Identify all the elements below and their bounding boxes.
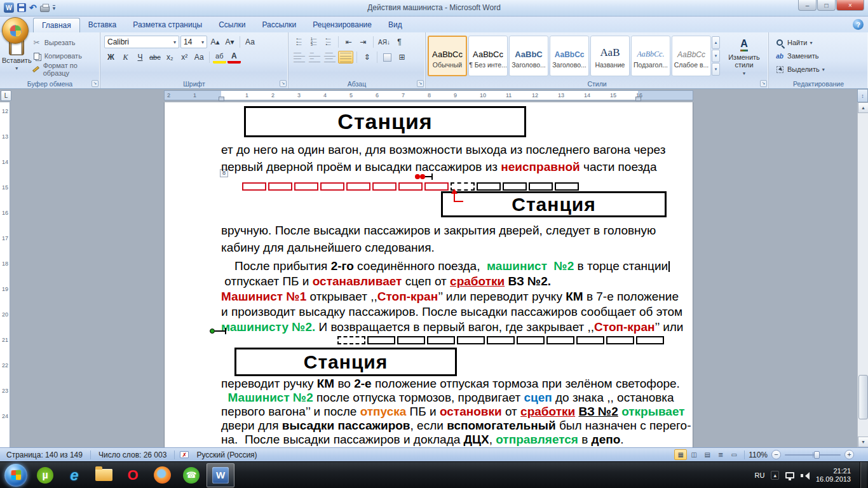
- tab-view[interactable]: Вид: [380, 18, 410, 32]
- web-layout-view-button[interactable]: ▤: [701, 449, 714, 460]
- ruler-toggle-button[interactable]: ↕: [857, 89, 868, 102]
- network-icon[interactable]: [785, 472, 794, 478]
- shrink-font-button[interactable]: А▾: [223, 36, 236, 48]
- font-name-select[interactable]: Calibri▾: [104, 36, 179, 48]
- firefox-icon[interactable]: [148, 463, 176, 487]
- help-button[interactable]: ?: [853, 19, 864, 30]
- show-paragraph-marks-button[interactable]: ¶: [393, 36, 406, 48]
- find-button[interactable]: Найти ▾: [775, 37, 866, 48]
- horizontal-ruler[interactable]: 1234567891011121314151612: [164, 90, 693, 100]
- style-subtle-emphasis[interactable]: АаBbСсСлабое в...: [672, 36, 711, 76]
- scrollbar-thumb[interactable]: [858, 375, 868, 419]
- vertical-ruler[interactable]: 12131415161718192021222324: [0, 102, 10, 447]
- cut-button[interactable]: ✂ Вырезать: [32, 37, 98, 48]
- italic-button[interactable]: К: [119, 51, 132, 64]
- style-heading1[interactable]: АаBbСЗаголово...: [509, 36, 548, 76]
- paragraph-block[interactable]: После прибытия 2-го соединённого поезда,…: [221, 259, 683, 335]
- paragraph-block[interactable]: переводит ручку КМ во 2-е положение отпу…: [221, 377, 691, 447]
- office-button[interactable]: [2, 17, 29, 44]
- bold-button[interactable]: Ж: [104, 51, 118, 64]
- gallery-more-button[interactable]: ▾: [712, 63, 720, 76]
- clipboard-dialog-launcher[interactable]: [92, 80, 98, 87]
- document-page[interactable]: Станцияет до него на один вагон, для воз…: [164, 102, 693, 447]
- styles-dialog-launcher[interactable]: [760, 80, 767, 87]
- draft-view-button[interactable]: ▭: [728, 449, 740, 460]
- maximize-button[interactable]: □: [817, 0, 836, 11]
- hidden-icons-button[interactable]: ▴: [771, 471, 779, 480]
- highlight-button[interactable]: аб: [213, 51, 226, 64]
- language-indicator[interactable]: Русский (Россия): [194, 451, 259, 459]
- utorrent-icon[interactable]: µ: [31, 463, 59, 487]
- zoom-level[interactable]: 110%: [749, 451, 768, 459]
- zoom-slider-thumb[interactable]: [814, 451, 820, 459]
- replace-button[interactable]: ab Заменить: [775, 50, 866, 62]
- change-case-button[interactable]: Аа: [193, 51, 206, 64]
- font-color-button[interactable]: А: [227, 51, 241, 64]
- underline-button[interactable]: Ч: [133, 51, 147, 64]
- format-painter-button[interactable]: Формат по образцу: [32, 64, 98, 75]
- paragraph-block[interactable]: ет до него на один вагон, для возможност…: [221, 141, 665, 175]
- decrease-indent-button[interactable]: ⇤: [342, 36, 355, 48]
- outline-view-button[interactable]: ≣: [714, 449, 727, 460]
- page-indicator[interactable]: Страница: 140 из 149: [4, 451, 85, 459]
- tab-home[interactable]: Главная: [33, 18, 80, 32]
- explorer-icon[interactable]: [90, 463, 118, 487]
- tab-page-layout[interactable]: Разметка страницы: [125, 18, 210, 32]
- gallery-up-button[interactable]: ▴: [712, 36, 720, 49]
- vertical-scrollbar[interactable]: ▲ ▼: [857, 102, 868, 447]
- strikethrough-button[interactable]: abc: [148, 51, 162, 64]
- scroll-up-button[interactable]: ▲: [858, 102, 868, 113]
- opera-icon[interactable]: O: [119, 463, 147, 487]
- left-indent-marker[interactable]: [219, 97, 224, 101]
- change-styles-button[interactable]: А Изменить стили ▾: [723, 34, 765, 79]
- multilevel-list-button[interactable]: •— ◦— ▪—: [322, 36, 335, 48]
- line-spacing-button[interactable]: ⇕: [360, 51, 374, 64]
- subscript-button[interactable]: х₂: [163, 51, 177, 64]
- justify-button[interactable]: ——— ——— ——— ———: [338, 51, 353, 64]
- grow-font-button[interactable]: А▴: [208, 36, 222, 48]
- increase-indent-button[interactable]: ⇥: [356, 36, 370, 48]
- numbering-button[interactable]: 1— 2— 3—: [307, 36, 320, 48]
- messenger-icon[interactable]: ☎: [177, 463, 205, 487]
- style-normal[interactable]: АаBbСсОбычный: [428, 36, 467, 76]
- paragraph-block[interactable]: вручную. После высадки пассажиров и закр…: [221, 222, 656, 256]
- zoom-slider[interactable]: [785, 454, 841, 456]
- gallery-down-button[interactable]: ▾: [712, 50, 720, 62]
- shading-button[interactable]: [381, 51, 394, 64]
- ie-icon[interactable]: e: [60, 463, 88, 487]
- font-dialog-launcher[interactable]: [280, 80, 287, 87]
- font-size-select[interactable]: 14▾: [180, 36, 207, 48]
- tab-references[interactable]: Ссылки: [210, 18, 254, 32]
- tab-insert[interactable]: Вставка: [80, 18, 125, 32]
- proofing-icon[interactable]: ✗: [180, 451, 189, 458]
- superscript-button[interactable]: х²: [178, 51, 191, 64]
- fullscreen-reading-view-button[interactable]: ◫: [688, 449, 700, 460]
- copy-button[interactable]: Копировать: [32, 50, 98, 62]
- align-center-button[interactable]: — ——— — ———: [308, 51, 322, 64]
- align-right-button[interactable]: —— ——— —— ———: [323, 51, 337, 64]
- borders-button[interactable]: ⊞: [395, 51, 409, 64]
- tab-mailings[interactable]: Рассылки: [254, 18, 304, 32]
- volume-icon[interactable]: [801, 471, 810, 479]
- start-button[interactable]: [2, 463, 30, 487]
- paragraph-dialog-launcher[interactable]: [417, 80, 424, 87]
- word-count[interactable]: Число слов: 26 003: [96, 451, 169, 459]
- tab-review[interactable]: Рецензирование: [304, 18, 380, 32]
- word-taskbar-icon[interactable]: W: [207, 463, 234, 487]
- style-subtitle[interactable]: АаBbСс.Подзагол...: [631, 36, 670, 76]
- style-heading2[interactable]: АаBbСсЗаголово...: [550, 36, 589, 76]
- align-left-button[interactable]: —— ——— —— ———: [292, 51, 306, 64]
- minimize-button[interactable]: –: [798, 0, 817, 11]
- sort-button[interactable]: АЯ↓: [377, 36, 391, 48]
- zoom-out-button[interactable]: −: [771, 450, 781, 459]
- clear-formatting-button[interactable]: Аа: [243, 36, 257, 48]
- show-desktop-button[interactable]: [860, 462, 867, 488]
- bullets-button[interactable]: •— •— •—: [292, 36, 306, 48]
- style-no-spacing[interactable]: АаBbСс¶ Без инте...: [468, 36, 508, 76]
- tab-selector[interactable]: L: [1, 90, 11, 101]
- print-layout-view-button[interactable]: ▦: [674, 449, 687, 460]
- select-button[interactable]: Выделить ▾: [775, 64, 866, 75]
- language-tray-indicator[interactable]: RU: [755, 471, 765, 479]
- clock[interactable]: 21:21 16.09.2013: [816, 467, 853, 484]
- close-button[interactable]: ×: [836, 0, 864, 11]
